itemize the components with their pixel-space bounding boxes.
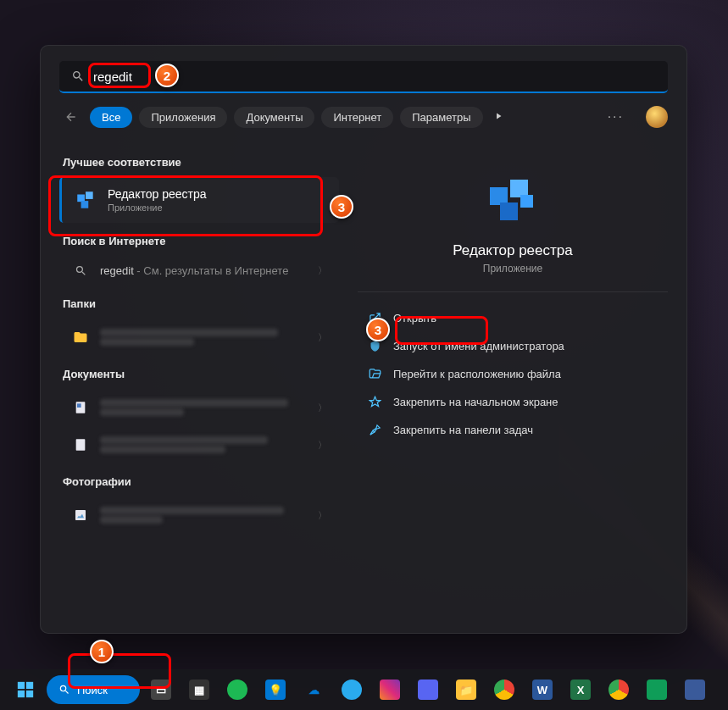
back-button[interactable] [59, 105, 83, 129]
taskbar-app-taskview[interactable]: ▭ [144, 673, 178, 707]
action-open-location[interactable]: Перейти к расположению файла [358, 360, 668, 388]
filter-documents[interactable]: Документы [234, 107, 314, 128]
section-best-match: Лучшее соответствие [63, 156, 339, 169]
pin-icon [366, 396, 383, 408]
results-column: Лучшее соответствие Редактор реестра При… [41, 137, 339, 623]
document-result-item[interactable]: 〉 [59, 426, 339, 463]
image-icon [71, 508, 90, 522]
taskbar-app-instagram[interactable] [373, 673, 407, 707]
section-folders: Папки [63, 297, 339, 310]
section-web-search: Поиск в Интернете [63, 235, 339, 247]
document-icon [71, 438, 90, 452]
svg-rect-7 [490, 187, 508, 205]
action-pin-start[interactable]: Закрепить на начальном экране [358, 388, 668, 416]
chevron-right-icon: 〉 [318, 509, 327, 522]
search-input[interactable] [93, 69, 656, 84]
filter-row: Все Приложения Документы Интернет Параме… [41, 93, 686, 137]
preview-subtitle: Приложение [358, 263, 668, 275]
filter-more-scroll[interactable] [493, 109, 503, 125]
taskbar-app-tips[interactable]: 💡 [258, 673, 292, 707]
chevron-right-icon: 〉 [318, 439, 327, 452]
action-admin-label: Запуск от имени администратора [393, 340, 564, 352]
search-panel: Все Приложения Документы Интернет Параме… [40, 45, 687, 634]
folder-result-item[interactable]: 〉 [59, 319, 339, 356]
taskbar-app-generic2[interactable] [678, 673, 712, 707]
taskbar-app-onedrive[interactable]: ☁ [297, 673, 331, 707]
folder-icon [71, 330, 90, 345]
svg-rect-9 [500, 202, 518, 220]
taskbar-app-excel[interactable]: X [564, 673, 597, 707]
svg-rect-6 [75, 510, 86, 520]
preview-title: Редактор реестра [358, 242, 668, 259]
chevron-right-icon: 〉 [318, 402, 327, 414]
svg-rect-5 [76, 439, 86, 450]
web-result-suffix: - См. результаты в Интернете [134, 264, 289, 277]
more-options-button[interactable]: ··· [601, 106, 631, 128]
taskbar-app-calculator[interactable]: ▦ [182, 673, 216, 707]
best-match-title: Редактор реестра [108, 187, 207, 201]
best-match-subtitle: Приложение [108, 202, 207, 213]
divider [358, 291, 668, 292]
search-bar[interactable] [59, 61, 668, 93]
taskbar-search-label: Поиск [77, 684, 108, 696]
action-pin-taskbar-label: Закрепить на панели задач [393, 424, 533, 436]
svg-rect-0 [77, 195, 85, 202]
taskbar-app-sheets[interactable] [640, 673, 674, 707]
preview-app-icon [482, 169, 543, 230]
svg-rect-8 [510, 180, 528, 197]
web-result-query: regedit [100, 264, 134, 277]
folder-open-icon [366, 368, 383, 380]
action-open-label: Открыть [393, 312, 436, 324]
taskbar-app-telegram[interactable] [335, 673, 369, 707]
search-icon [71, 69, 85, 83]
chevron-right-icon: 〉 [318, 331, 327, 344]
action-pin-start-label: Закрепить на начальном экране [393, 396, 559, 408]
taskbar-app-chrome[interactable] [487, 673, 521, 707]
pin-icon [366, 424, 383, 436]
start-button[interactable] [8, 673, 42, 707]
svg-rect-14 [26, 691, 33, 697]
svg-rect-2 [81, 201, 89, 208]
filter-apps[interactable]: Приложения [139, 107, 227, 128]
svg-rect-4 [77, 403, 81, 408]
filter-settings[interactable]: Параметры [400, 107, 482, 128]
search-icon [71, 264, 90, 277]
taskbar-app-chrome2[interactable] [602, 673, 636, 707]
taskbar-app-explorer[interactable]: 📁 [449, 673, 483, 707]
svg-rect-12 [26, 682, 33, 689]
user-avatar[interactable] [646, 106, 668, 128]
taskbar-search-button[interactable]: Поиск [47, 675, 140, 704]
shield-icon [366, 340, 383, 352]
svg-rect-13 [18, 691, 25, 697]
preview-pane: Редактор реестра Приложение Открыть Запу… [339, 137, 686, 623]
document-result-item[interactable]: 〉 [59, 389, 339, 426]
section-documents: Документы [63, 368, 339, 380]
photo-result-item[interactable]: 〉 [59, 496, 339, 534]
open-icon [366, 312, 383, 324]
svg-rect-1 [86, 191, 93, 199]
taskbar: Поиск ▭ ▦ 💡 ☁ 📁 W X [0, 669, 728, 710]
action-run-as-admin[interactable]: Запуск от имени администратора [358, 332, 668, 360]
taskbar-app-spotify[interactable] [220, 673, 254, 707]
svg-rect-11 [18, 682, 25, 689]
chevron-right-icon: 〉 [318, 264, 327, 277]
action-location-label: Перейти к расположению файла [393, 368, 561, 380]
filter-all[interactable]: Все [90, 107, 132, 128]
web-search-item[interactable]: regedit - См. результаты в Интернете 〉 [59, 256, 339, 286]
regedit-icon [74, 188, 97, 212]
best-match-item[interactable]: Редактор реестра Приложение [59, 177, 339, 223]
action-open[interactable]: Открыть [358, 304, 668, 332]
section-photos: Фотографии [63, 475, 339, 488]
taskbar-app-word[interactable]: W [525, 673, 559, 707]
document-icon [71, 401, 90, 414]
filter-internet[interactable]: Интернет [321, 107, 393, 128]
action-pin-taskbar[interactable]: Закрепить на панели задач [358, 416, 668, 444]
svg-rect-10 [520, 195, 533, 208]
taskbar-app-generic1[interactable] [411, 673, 445, 707]
